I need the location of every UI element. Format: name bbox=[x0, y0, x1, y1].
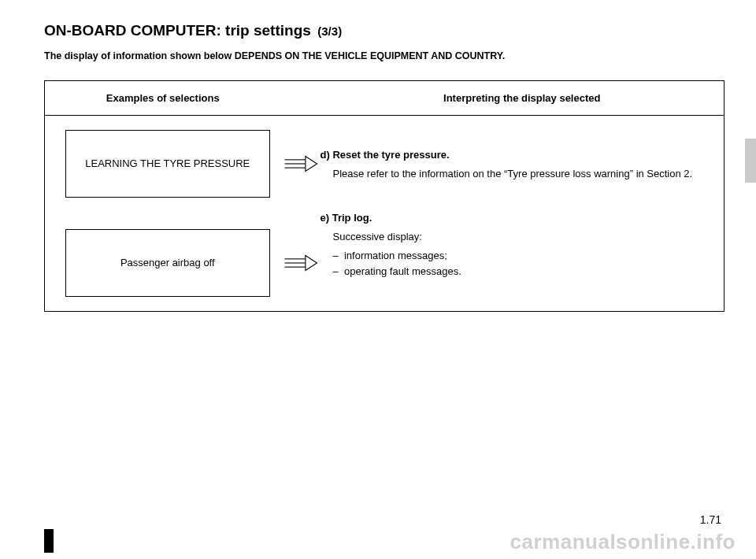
title-sub: (3/3) bbox=[317, 24, 342, 38]
interpret-body: Successive display: bbox=[321, 229, 702, 245]
interpret-item: d) Reset the tyre pressure. Please refer… bbox=[321, 147, 702, 182]
bullet-item: – information messages; bbox=[333, 248, 702, 264]
interpret-title: Reset the tyre pressure. bbox=[332, 149, 449, 161]
page-number: 1.71 bbox=[700, 513, 721, 526]
bullet-text: operating fault messages. bbox=[344, 265, 461, 277]
interpret-body: Please refer to the information on the “… bbox=[321, 166, 702, 182]
arrow-right-icon bbox=[284, 155, 318, 172]
watermark-text: carmanualsonline.info bbox=[510, 530, 736, 554]
cell-interpret: d) Reset the tyre pressure. Please refer… bbox=[321, 116, 724, 312]
interpret-item: e) Trip log. Successive display: – infor… bbox=[321, 210, 702, 280]
cell-examples: LEARNING THE TYRE PRESSURE Passenger air… bbox=[45, 116, 281, 312]
svg-marker-7 bbox=[305, 255, 317, 270]
interpret-title: Trip log. bbox=[332, 212, 372, 224]
bullet-text: information messages; bbox=[344, 250, 447, 261]
page-title: ON-BOARD COMPUTER: trip settings (3/3) bbox=[44, 22, 724, 39]
cell-arrows bbox=[281, 116, 321, 312]
settings-table: Examples of selections Interpreting the … bbox=[44, 80, 724, 312]
interpret-head: e) Trip log. bbox=[321, 210, 702, 226]
col-header-interpret: Interpreting the display selected bbox=[321, 81, 724, 116]
side-tab bbox=[745, 139, 756, 183]
interpret-letter: d) bbox=[321, 149, 330, 161]
lcd-text: LEARNING THE TYRE PRESSURE bbox=[85, 157, 250, 171]
arrow-right-icon bbox=[284, 254, 318, 272]
interpret-head: d) Reset the tyre pressure. bbox=[321, 147, 702, 163]
title-main: ON-BOARD COMPUTER: trip settings bbox=[44, 22, 311, 39]
col-header-arrow bbox=[281, 81, 321, 116]
col-header-examples: Examples of selections bbox=[45, 81, 281, 116]
svg-marker-3 bbox=[305, 156, 317, 171]
lcd-display: LEARNING THE TYRE PRESSURE bbox=[65, 130, 270, 198]
interpret-letter: e) bbox=[321, 212, 330, 224]
lcd-text: Passenger airbag off bbox=[120, 256, 215, 270]
lcd-display: Passenger airbag off bbox=[65, 229, 270, 297]
equipment-notice: The display of information shown below D… bbox=[44, 50, 724, 61]
bullet-item: – operating fault messages. bbox=[333, 264, 702, 280]
footer-mark bbox=[44, 529, 54, 553]
bullet-list: – information messages; – operating faul… bbox=[321, 248, 702, 280]
